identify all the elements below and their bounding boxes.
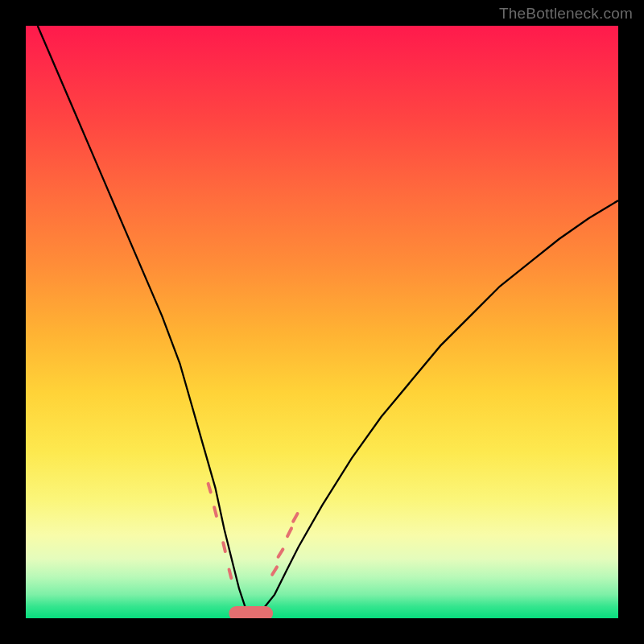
bottleneck-curve [38,26,618,615]
curve-markers [208,484,298,578]
marker-dot [208,484,211,493]
watermark-text: TheBottleneck.com [499,5,633,23]
marker-dot [214,507,217,516]
marker-dot [223,543,225,551]
marker-dot [279,549,283,556]
chart-svg [26,26,618,618]
plot-area [26,26,618,618]
marker-dot [287,528,291,536]
marker-dot [293,514,297,522]
marker-dot [272,567,277,574]
chart-frame: TheBottleneck.com [0,0,644,644]
marker-dot [229,570,232,579]
